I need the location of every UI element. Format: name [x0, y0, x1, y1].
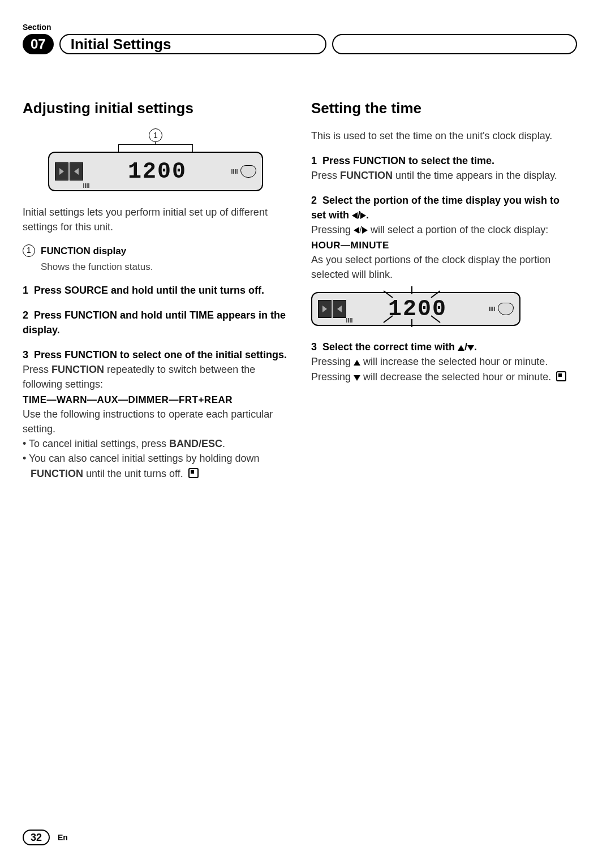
- left-step-3: 3Press FUNCTION to select one of the ini…: [23, 347, 289, 480]
- section-label: Section: [23, 23, 577, 32]
- section-number-badge: 07: [23, 34, 54, 54]
- lcd-readout: 1200: [83, 159, 231, 184]
- seek-back-icon: [333, 300, 346, 318]
- button-ref: FUNCTION: [353, 155, 406, 166]
- time-chain: HOUR—MINUTE: [311, 240, 389, 251]
- right-column: Setting the time This is used to set the…: [311, 100, 577, 491]
- bullet-text: .: [222, 438, 225, 449]
- step-text: .: [366, 209, 369, 221]
- callout-1: 1 FUNCTION display: [23, 244, 289, 258]
- bullet-text: until the unit turns off.: [83, 468, 183, 479]
- step-number: 2: [311, 195, 317, 206]
- step-body: will decrease the selected hour or minut…: [360, 371, 551, 383]
- control-knob-icon: [498, 303, 514, 315]
- step-body: Use the following instructions to operat…: [23, 409, 273, 435]
- down-arrow-icon: [354, 375, 360, 381]
- button-ref: FUNCTION: [64, 310, 117, 321]
- eq-icon: [489, 307, 496, 311]
- left-column: Adjusting initial settings 1 1200: [23, 100, 289, 491]
- step-text: Press: [322, 155, 353, 166]
- callout-leader-number: 1: [149, 128, 162, 142]
- callout-body: Shows the function status.: [41, 261, 289, 273]
- button-ref: BAND/ESC: [169, 438, 222, 449]
- step-text: and hold until: [117, 310, 190, 321]
- down-arrow-icon: [467, 345, 474, 351]
- step-number: 1: [23, 285, 28, 296]
- step-body: will select a portion of the clock displ…: [368, 224, 548, 235]
- left-arrow-icon: [352, 212, 358, 219]
- header-row: 07 Initial Settings: [23, 34, 577, 54]
- seek-fwd-icon: [318, 300, 332, 318]
- bullet-1: • To cancel initial settings, press BAND…: [23, 436, 289, 451]
- page-number: 32: [23, 830, 50, 845]
- button-ref: FUNCTION: [51, 364, 104, 375]
- step-text: Press: [34, 349, 64, 360]
- step-text: Select the correct time with: [322, 341, 458, 353]
- step-body: As you select portions of the clock disp…: [311, 254, 550, 280]
- step-number: 1: [311, 155, 317, 166]
- language-label: En: [58, 833, 68, 842]
- right-arrow-icon: [362, 227, 368, 234]
- lcd-hour: 12: [388, 297, 418, 322]
- step-text: .: [474, 341, 477, 353]
- seek-back-icon: [70, 162, 83, 181]
- right-step-3: 3Select the correct time with /. Pressin…: [311, 340, 577, 384]
- step-body: Pressing: [311, 224, 354, 235]
- left-arrow-icon: [354, 227, 359, 234]
- up-arrow-icon: [354, 360, 360, 366]
- lcd-readout: 1200: [346, 297, 489, 322]
- figure-lcd-1: 1 1200: [23, 128, 289, 191]
- button-ref: SOURCE: [64, 285, 108, 296]
- step-body: Press: [311, 170, 340, 181]
- button-ref: FUNCTION: [31, 468, 83, 479]
- lcd-panel: 1200: [311, 292, 520, 326]
- left-intro: Initial settings lets you perform initia…: [23, 205, 289, 234]
- bullet-2: • You can also cancel initial settings b…: [23, 451, 289, 480]
- callout-title: FUNCTION display: [41, 244, 126, 258]
- step-text: Select the portion of the time display y…: [311, 195, 560, 221]
- section-end-icon: [556, 371, 566, 381]
- button-ref: FUNCTION: [340, 170, 393, 181]
- eq-icon: [231, 169, 238, 174]
- step-text: to select one of the initial settings.: [117, 349, 287, 360]
- lcd-panel: 1200: [48, 152, 263, 191]
- right-arrow-icon: [360, 212, 366, 219]
- header-spacer: [332, 34, 577, 54]
- right-heading: Setting the time: [311, 100, 577, 117]
- left-step-1: 1Press SOURCE and hold until the unit tu…: [23, 283, 289, 298]
- up-arrow-icon: [458, 345, 464, 351]
- bullet-text: • To cancel initial settings, press: [23, 438, 169, 449]
- left-step-2: 2Press FUNCTION and hold until TIME appe…: [23, 308, 289, 337]
- step-body: until the time appears in the display.: [393, 170, 557, 181]
- step-text: Press: [34, 285, 64, 296]
- step-number: 3: [23, 349, 28, 360]
- step-number: 3: [311, 341, 317, 353]
- step-text: and hold until the unit turns off.: [108, 285, 264, 296]
- page-title: Initial Settings: [59, 34, 326, 54]
- step-text: to select the time.: [406, 155, 494, 166]
- step-body: Press: [23, 364, 51, 375]
- seek-fwd-icon: [55, 162, 68, 181]
- button-ref: FUNCTION: [64, 349, 117, 360]
- bullet-text: • You can also cancel initial settings b…: [23, 453, 260, 464]
- left-heading: Adjusting initial settings: [23, 100, 289, 117]
- footer: 32 En: [23, 830, 68, 845]
- lcd-minute: 00: [418, 297, 447, 322]
- right-step-2: 2Select the portion of the time display …: [311, 193, 577, 282]
- step-body: Pressing: [311, 356, 354, 367]
- control-knob-icon: [240, 165, 256, 178]
- right-intro: This is used to set the time on the unit…: [311, 128, 577, 143]
- step-text: Press: [34, 310, 64, 321]
- figure-lcd-2: 1200: [311, 292, 577, 326]
- right-step-1: 1Press FUNCTION to select the time. Pres…: [311, 153, 577, 183]
- step-number: 2: [23, 310, 28, 321]
- callout-number: 1: [23, 244, 35, 257]
- button-ref: TIME: [190, 310, 214, 321]
- section-end-icon: [188, 468, 199, 478]
- settings-chain: TIME—WARN—AUX—DIMMER—FRT+REAR: [23, 394, 233, 405]
